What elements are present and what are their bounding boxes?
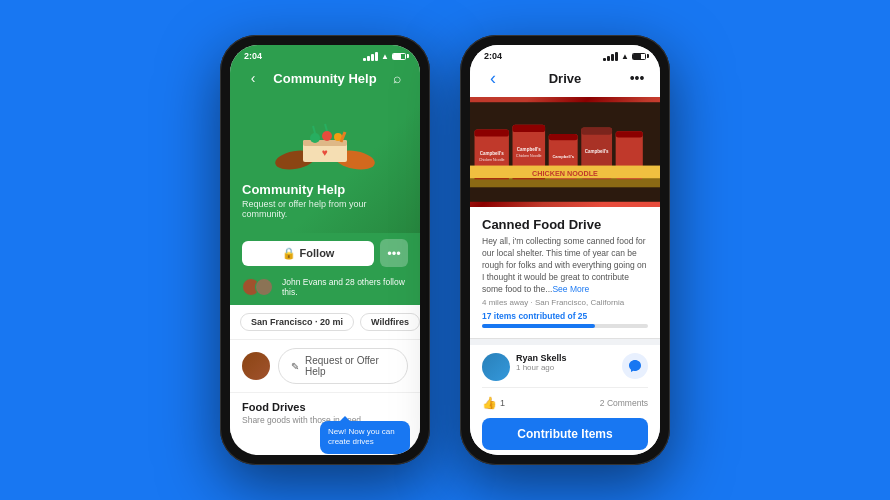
hands-illustration: ♥: [265, 112, 385, 172]
lock-icon: 🔒: [282, 247, 296, 260]
messenger-button[interactable]: [622, 353, 648, 379]
comment-section: Ryan Skells 1 hour ago: [470, 345, 660, 455]
back-button-left[interactable]: ‹: [242, 67, 264, 89]
like-count: 1: [500, 398, 505, 408]
phone2-title: Drive: [549, 71, 582, 86]
banner-subtitle: Request or offer help from your communit…: [242, 199, 408, 219]
search-button[interactable]: ⌕: [386, 67, 408, 89]
comment-info: Ryan Skells 1 hour ago: [516, 353, 616, 372]
more-button[interactable]: •••: [380, 239, 408, 267]
svg-text:♥: ♥: [322, 147, 328, 158]
followers-text: John Evans and 28 others follow this.: [282, 277, 408, 297]
section-title: Food Drives: [242, 401, 408, 413]
status-icons-left: ▲: [363, 52, 406, 61]
progress-bar: [482, 324, 648, 328]
wifi-icon-right: ▲: [621, 52, 629, 61]
time-left: 2:04: [244, 51, 262, 61]
svg-text:CHICKEN NOODLE: CHICKEN NOODLE: [532, 169, 598, 178]
filter-chip-location[interactable]: San Francisco · 20 mi: [240, 313, 354, 331]
drive-description: Hey all, i'm collecting some canned food…: [482, 236, 648, 295]
banner-title: Community Help: [242, 182, 345, 197]
contribute-button[interactable]: Contribute Items: [482, 418, 648, 450]
follower-avatars: [242, 278, 268, 296]
edit-icon: ✎: [291, 361, 299, 372]
phones-container: 2:04 ▲: [220, 35, 670, 465]
comment-time: 1 hour ago: [516, 363, 616, 372]
back-button-right[interactable]: ‹: [482, 67, 504, 89]
more-button-right[interactable]: •••: [626, 67, 648, 89]
like-reaction: 👍 1: [482, 396, 505, 410]
phone-left-screen: 2:04 ▲: [230, 45, 420, 455]
comments-count: 2 Comments: [600, 398, 648, 408]
svg-point-6: [322, 131, 332, 141]
cans-svg: Campbell's Chicken Noodle Campbell's Chi…: [470, 97, 660, 207]
user-avatar: [242, 352, 270, 380]
battery-icon: [392, 53, 406, 60]
request-offer-label: Request or Offer Help: [305, 355, 395, 377]
svg-text:Campbell's: Campbell's: [585, 149, 609, 154]
progress-bar-fill: [482, 324, 595, 328]
svg-rect-19: [513, 125, 546, 132]
drive-content: Canned Food Drive Hey all, i'm collectin…: [470, 207, 660, 339]
phone2-header: ‹ Drive •••: [470, 63, 660, 97]
phone-left: 2:04 ▲: [220, 35, 430, 465]
battery-icon-right: [632, 53, 646, 60]
status-bar-right: 2:04 ▲: [470, 45, 660, 63]
drive-title: Canned Food Drive: [482, 217, 648, 232]
comment-divider: [482, 387, 648, 388]
svg-text:Campbell's: Campbell's: [517, 147, 541, 152]
svg-text:Chicken Noodle: Chicken Noodle: [516, 154, 541, 158]
food-drives-section: Food Drives Share goods with those in ne…: [230, 393, 420, 433]
phone-right-screen: 2:04 ▲: [470, 45, 660, 455]
request-row: ✎ Request or Offer Help: [230, 340, 420, 393]
svg-point-5: [310, 133, 320, 143]
phone1-title: Community Help: [273, 71, 376, 86]
svg-rect-27: [581, 128, 612, 135]
status-bar-left: 2:04 ▲: [230, 45, 420, 63]
drive-meta: 4 miles away · San Francisco, California: [482, 298, 648, 307]
request-offer-button[interactable]: ✎ Request or Offer Help: [278, 348, 408, 384]
followers-row: John Evans and 28 others follow this.: [230, 273, 420, 305]
like-emoji: 👍: [482, 396, 497, 410]
signal-icon: [363, 52, 378, 61]
status-icons-right: ▲: [603, 52, 646, 61]
comment-row: Ryan Skells 1 hour ago: [482, 353, 648, 381]
time-right: 2:04: [484, 51, 502, 61]
commenter-name: Ryan Skells: [516, 353, 616, 363]
signal-icon-right: [603, 52, 618, 61]
filter-chip-wildfires[interactable]: Wildfires: [360, 313, 420, 331]
phone-right: 2:04 ▲: [460, 35, 670, 465]
svg-text:Chicken Noodle: Chicken Noodle: [479, 158, 504, 162]
follow-row: 🔒 Follow •••: [230, 233, 420, 273]
filter-row: San Francisco · 20 mi Wildfires Food Ele…: [230, 305, 420, 340]
page-background: 2:04 ▲: [0, 0, 890, 500]
follower-avatar-2: [255, 278, 273, 296]
community-banner: ♥ Community Help Requ: [230, 97, 420, 233]
svg-text:Campbell's: Campbell's: [552, 154, 574, 159]
wifi-icon: ▲: [381, 52, 389, 61]
commenter-avatar: [482, 353, 510, 381]
follow-button-label: Follow: [300, 247, 335, 259]
drive-progress-label: 17 items contributed of 25: [482, 311, 648, 321]
messenger-icon: [628, 359, 642, 373]
svg-rect-24: [549, 134, 578, 140]
canned-food-image: Campbell's Chicken Noodle Campbell's Chi…: [470, 97, 660, 207]
svg-line-10: [325, 124, 327, 131]
phone1-header: ‹ Community Help ⌕: [230, 63, 420, 97]
tooltip-bubble: New! Now you can create drives: [320, 421, 410, 454]
svg-text:Campbell's: Campbell's: [480, 151, 504, 156]
see-more-link[interactable]: See More: [552, 284, 589, 294]
banner-illustration: ♥: [242, 109, 408, 174]
svg-rect-30: [616, 131, 643, 137]
reactions-row: 👍 1 2 Comments: [482, 392, 648, 414]
svg-line-9: [313, 126, 315, 133]
follow-button[interactable]: 🔒 Follow: [242, 241, 374, 266]
svg-rect-14: [475, 129, 509, 136]
